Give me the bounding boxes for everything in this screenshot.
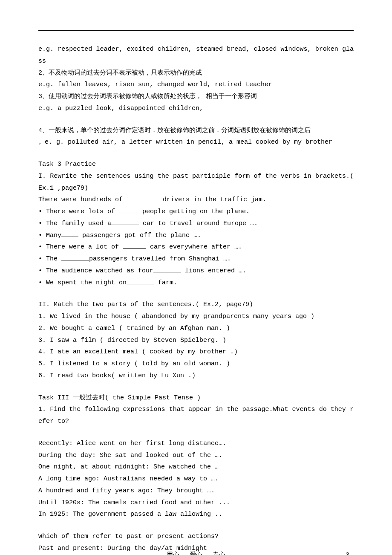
document-page: e.g. respected leader, excited children,… [0, 0, 392, 555]
text-fragment: • There were a lot of [38, 243, 123, 251]
exercise-2-item: 5. I listened to a story ( told by an ol… [38, 358, 354, 370]
text-fragment: There were hundreds of [38, 196, 127, 203]
text-fragment: passengers travelled from Shanghai …. [89, 255, 231, 263]
fill-blank[interactable] [61, 231, 78, 237]
exercise-1-instructions: I. Rewrite the sentences using the past … [38, 171, 354, 194]
text-fragment: passengers got off the plane …. [78, 232, 201, 239]
text-fragment: • Many [38, 232, 61, 239]
reference-item: One night, at about midnight: She watche… [38, 461, 354, 473]
blank-line [38, 289, 354, 299]
exercise-1-item: • Many passengers got off the plane …. [38, 230, 354, 242]
task-3-heading: Task 3 Practice [38, 159, 354, 171]
task-3-question: 1. Find the following expressions that a… [38, 404, 354, 428]
text-fragment: people getting on the plane. [142, 208, 250, 215]
exercise-2-instructions: II. Match the two parts of the sentences… [38, 299, 354, 311]
text-fragment: farm. [154, 279, 177, 286]
blank-line [38, 382, 354, 392]
exercise-1-item: • There were a lot of cars everywhere af… [38, 241, 354, 253]
reference-item: A hundred and fifty years ago: They brou… [38, 485, 354, 497]
text-fragment: cars everywhere after …. [146, 243, 242, 251]
text-fragment: • The [38, 255, 61, 263]
rule-3: 3、使用动词的过去分词表示被修饰的人或物所处的状态， 相当于一个形容词 [38, 91, 354, 103]
footer-motto: 用心爱心专心 [167, 551, 225, 555]
exercise-2-item: 4. I ate an excellent meal ( cooked by m… [38, 346, 354, 358]
text-fragment: car to travel around Europe …. [139, 220, 258, 227]
page-top-rule [38, 30, 354, 31]
fill-blank[interactable] [127, 278, 154, 284]
task-3-heading-2: Task III 一般过去时( the Simple Past Tense ) [38, 392, 354, 404]
reference-item: During the day: She sat and looked out o… [38, 450, 354, 462]
exercise-1-item: • We spent the night on farm. [38, 277, 354, 289]
blank-line [38, 520, 354, 531]
footer-word: 专心 [213, 551, 225, 555]
exercise-2-item: 2. We bought a camel ( trained by an Afg… [38, 323, 354, 335]
rule-4: 4、一般来说，单个的过去分词作定语时，放在被修饰的词之前，分词短语则放在被修饰的… [38, 125, 354, 137]
reference-item: Until 1920s: The camels carried food and… [38, 497, 354, 509]
reference-item: A long time ago: Australians needed a wa… [38, 473, 354, 485]
page-number: 3 [346, 552, 349, 555]
text-fragment: • The audience watched as four [38, 267, 153, 275]
example-line: e.g. respected leader, excited children,… [38, 43, 354, 67]
exercise-2-item: 6. I read two books( written by Lu Xun .… [38, 370, 354, 382]
text-fragment: drivers in the traffic jam. [163, 196, 266, 203]
followup-question: Which of them refer to past or present a… [38, 531, 354, 543]
reference-item: Recently: Alice went on her first long d… [38, 438, 354, 450]
page-footer: 用心爱心专心 3 [0, 551, 392, 555]
exercise-1-item: • There were lots of people getting on t… [38, 206, 354, 218]
exercise-2-item: 1. We lived in the house ( abandoned by … [38, 311, 354, 323]
exercise-1-item: • The family used a car to travel around… [38, 218, 354, 230]
fill-blank[interactable] [123, 242, 146, 249]
text-fragment: lions entered …. [181, 267, 246, 275]
text-fragment: • There were lots of [38, 208, 119, 215]
rule-2: 2、不及物动词的过去分词不表示被动，只表示动作的完成 [38, 67, 354, 79]
fill-blank[interactable] [111, 219, 139, 225]
fill-blank[interactable] [119, 207, 142, 213]
text-fragment: • The family used a [38, 220, 111, 227]
exercise-1-item: There were hundreds of drivers in the tr… [38, 194, 354, 206]
reference-item: In 1925: The government passed a law all… [38, 509, 354, 520]
fill-blank[interactable] [153, 266, 181, 272]
exercise-1-item: • The audience watched as four lions ent… [38, 265, 354, 277]
example-line: 。e. g. polluted air, a letter written in… [38, 136, 354, 148]
document-body: e.g. respected leader, excited children,… [38, 43, 354, 555]
fill-blank[interactable] [61, 254, 89, 260]
text-fragment: • We spent the night on [38, 279, 127, 286]
example-line: e.g. fallen leaves, risen sun, changed w… [38, 79, 354, 91]
blank-line [38, 115, 354, 125]
exercise-1-item: • The passengers travelled from Shanghai… [38, 253, 354, 265]
example-line: e.g. a puzzled look, disappointed childr… [38, 103, 354, 115]
footer-word: 用心 [167, 551, 179, 555]
exercise-2-item: 3. I saw a film ( directed by Steven Spi… [38, 335, 354, 347]
footer-word: 爱心 [190, 551, 202, 555]
fill-blank[interactable] [127, 195, 163, 201]
blank-line [38, 148, 354, 159]
blank-line [38, 428, 354, 438]
